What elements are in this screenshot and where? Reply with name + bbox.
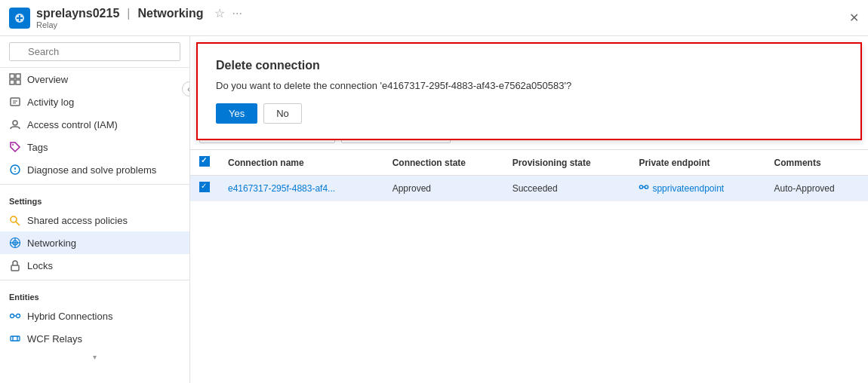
settings-section-title: Settings <box>0 188 189 209</box>
sidebar-label-networking: Networking <box>27 237 76 249</box>
connection-name-link[interactable]: e4167317-295f-4883-af4... <box>228 183 335 194</box>
svg-point-21 <box>17 314 20 318</box>
svg-rect-19 <box>11 265 19 271</box>
delete-dialog-body: Do you want to delete the connection 'e4… <box>216 80 842 91</box>
header-comments: Comments <box>765 150 868 176</box>
sidebar-label-wcf: WCF Relays <box>27 333 82 345</box>
key-icon <box>9 214 21 226</box>
sidebar-label-locks: Locks <box>27 260 53 271</box>
row-comments: Auto-Approved <box>765 176 868 201</box>
lock-icon <box>9 259 21 271</box>
svg-point-13 <box>11 216 17 222</box>
access-icon <box>9 118 21 130</box>
sidebar: 🔍 « Overview Activity log <box>0 36 190 383</box>
svg-rect-3 <box>10 80 14 84</box>
sidebar-item-locks[interactable]: Locks <box>0 254 189 277</box>
endpoint-icon <box>639 182 649 195</box>
page-name: Networking <box>137 7 203 20</box>
no-button[interactable]: No <box>263 103 302 124</box>
row-provisioning-state: Succeeded <box>503 176 630 201</box>
sidebar-label-activity: Activity log <box>27 97 74 108</box>
app-container: sprelayns0215 | Networking ☆ ··· Relay ✕… <box>0 0 868 383</box>
svg-point-9 <box>12 144 14 146</box>
svg-rect-1 <box>10 74 14 78</box>
delete-dialog: Delete connection Do you want to delete … <box>196 42 862 140</box>
sidebar-item-overview[interactable]: Overview <box>0 68 189 90</box>
sidebar-label-overview: Overview <box>27 74 68 85</box>
sidebar-item-diagnose[interactable]: Diagnose and solve problems <box>0 158 189 181</box>
row-connection-name: e4167317-295f-4883-af4... <box>219 176 383 201</box>
networking-icon <box>9 237 21 249</box>
svg-line-14 <box>16 222 20 225</box>
yes-button[interactable]: Yes <box>216 103 257 124</box>
search-input[interactable] <box>9 42 180 61</box>
sidebar-label-tags: Tags <box>27 142 48 153</box>
header-provisioning-state: Provisioning state <box>503 150 630 176</box>
sidebar-item-hybrid-connections[interactable]: Hybrid Connections <box>0 305 189 327</box>
sidebar-label-diagnose: Diagnose and solve problems <box>27 164 156 176</box>
svg-point-20 <box>11 314 14 318</box>
svg-point-8 <box>13 121 17 125</box>
svg-rect-23 <box>11 336 20 341</box>
diagnose-icon <box>9 164 21 176</box>
sidebar-item-shared-access[interactable]: Shared access policies <box>0 209 189 231</box>
sidebar-item-access-control[interactable]: Access control (IAM) <box>0 113 189 136</box>
sidebar-label-shared: Shared access policies <box>27 215 128 226</box>
wcf-icon <box>9 332 21 345</box>
sidebar-item-networking[interactable]: Networking <box>0 231 189 254</box>
tags-icon <box>9 141 21 153</box>
hybrid-icon <box>9 310 21 322</box>
title-divider: | <box>127 7 130 20</box>
sidebar-item-tags[interactable]: Tags <box>0 136 189 158</box>
sidebar-label-access: Access control (IAM) <box>27 119 118 130</box>
sidebar-item-wcf-relays[interactable]: WCF Relays <box>0 327 189 350</box>
svg-point-12 <box>14 171 16 173</box>
overview-icon <box>9 73 21 85</box>
svg-point-27 <box>645 185 648 188</box>
title-bar: sprelayns0215 | Networking ☆ ··· Relay ✕ <box>0 0 868 36</box>
sidebar-label-hybrid: Hybrid Connections <box>27 311 112 322</box>
delete-dialog-actions: Yes No <box>216 103 842 124</box>
main-layout: 🔍 « Overview Activity log <box>0 36 868 383</box>
connections-table: Connection name Connection state Provisi… <box>190 150 868 201</box>
table-row[interactable]: e4167317-295f-4883-af4... Approved Succe… <box>190 176 868 201</box>
entities-section-title: Entities <box>0 283 189 305</box>
svg-point-26 <box>640 185 643 188</box>
favorite-star[interactable]: ☆ <box>214 6 225 20</box>
header-private-endpoint: Private endpoint <box>629 150 765 176</box>
header-connection-state: Connection state <box>383 150 503 176</box>
endpoint-link[interactable]: spprivateendpoint <box>639 182 756 195</box>
relay-icon <box>9 8 30 29</box>
app-name: sprelayns0215 <box>36 7 119 20</box>
sidebar-search-area: 🔍 <box>0 36 189 68</box>
row-connection-state: Approved <box>383 176 503 201</box>
row-checkbox-cell <box>190 176 219 201</box>
header-connection-name: Connection name <box>219 150 383 176</box>
row-private-endpoint: spprivateendpoint <box>629 176 765 201</box>
svg-rect-4 <box>16 80 20 84</box>
delete-dialog-title: Delete connection <box>216 59 842 72</box>
svg-rect-5 <box>11 98 20 106</box>
title-block: sprelayns0215 | Networking ☆ ··· Relay <box>36 6 242 29</box>
sub-label: Relay <box>36 20 242 29</box>
close-button[interactable]: ✕ <box>849 11 859 25</box>
header-checkbox[interactable] <box>199 156 210 167</box>
content-area: Delete connection Do you want to delete … <box>190 36 868 383</box>
svg-rect-2 <box>16 74 20 78</box>
table-area: All connection states Connection name Co… <box>190 119 868 383</box>
more-options[interactable]: ··· <box>232 7 242 20</box>
endpoint-name: spprivateendpoint <box>652 183 724 194</box>
header-checkbox-col <box>190 150 219 176</box>
row-checkbox[interactable] <box>199 182 210 192</box>
sidebar-item-activity-log[interactable]: Activity log <box>0 90 189 113</box>
scroll-down-indicator: ▾ <box>0 350 189 364</box>
activity-icon <box>9 96 21 108</box>
